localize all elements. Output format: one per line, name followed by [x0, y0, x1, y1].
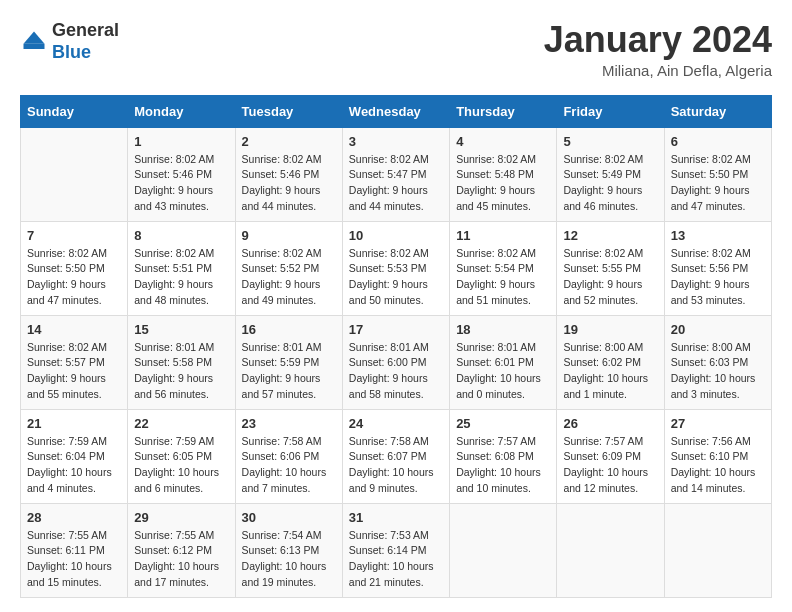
day-info: Sunrise: 7:58 AMSunset: 6:06 PMDaylight:…	[242, 434, 336, 497]
calendar-cell: 4Sunrise: 8:02 AMSunset: 5:48 PMDaylight…	[450, 127, 557, 221]
day-number: 19	[563, 322, 657, 337]
day-number: 21	[27, 416, 121, 431]
day-info: Sunrise: 8:00 AMSunset: 6:03 PMDaylight:…	[671, 340, 765, 403]
day-number: 25	[456, 416, 550, 431]
svg-marker-0	[24, 31, 45, 43]
subtitle: Miliana, Ain Defla, Algeria	[544, 62, 772, 79]
calendar-cell: 17Sunrise: 8:01 AMSunset: 6:00 PMDayligh…	[342, 315, 449, 409]
logo-icon	[20, 28, 48, 56]
day-number: 28	[27, 510, 121, 525]
logo: General Blue	[20, 20, 119, 63]
day-number: 18	[456, 322, 550, 337]
calendar-cell: 23Sunrise: 7:58 AMSunset: 6:06 PMDayligh…	[235, 409, 342, 503]
calendar-cell: 31Sunrise: 7:53 AMSunset: 6:14 PMDayligh…	[342, 503, 449, 597]
day-number: 10	[349, 228, 443, 243]
calendar-cell: 29Sunrise: 7:55 AMSunset: 6:12 PMDayligh…	[128, 503, 235, 597]
calendar-cell: 14Sunrise: 8:02 AMSunset: 5:57 PMDayligh…	[21, 315, 128, 409]
day-info: Sunrise: 8:02 AMSunset: 5:51 PMDaylight:…	[134, 246, 228, 309]
day-number: 22	[134, 416, 228, 431]
day-info: Sunrise: 8:02 AMSunset: 5:49 PMDaylight:…	[563, 152, 657, 215]
day-number: 31	[349, 510, 443, 525]
calendar-cell: 11Sunrise: 8:02 AMSunset: 5:54 PMDayligh…	[450, 221, 557, 315]
day-info: Sunrise: 8:02 AMSunset: 5:50 PMDaylight:…	[27, 246, 121, 309]
calendar-cell	[21, 127, 128, 221]
day-info: Sunrise: 8:02 AMSunset: 5:57 PMDaylight:…	[27, 340, 121, 403]
logo-text: General Blue	[52, 20, 119, 63]
main-title: January 2024	[544, 20, 772, 60]
day-number: 24	[349, 416, 443, 431]
day-number: 20	[671, 322, 765, 337]
day-info: Sunrise: 8:01 AMSunset: 5:58 PMDaylight:…	[134, 340, 228, 403]
day-info: Sunrise: 7:59 AMSunset: 6:05 PMDaylight:…	[134, 434, 228, 497]
calendar-body: 1Sunrise: 8:02 AMSunset: 5:46 PMDaylight…	[21, 127, 772, 597]
day-number: 6	[671, 134, 765, 149]
calendar-cell	[557, 503, 664, 597]
calendar-cell: 27Sunrise: 7:56 AMSunset: 6:10 PMDayligh…	[664, 409, 771, 503]
day-number: 7	[27, 228, 121, 243]
calendar-cell	[450, 503, 557, 597]
header-row: SundayMondayTuesdayWednesdayThursdayFrid…	[21, 95, 772, 127]
day-info: Sunrise: 8:02 AMSunset: 5:46 PMDaylight:…	[242, 152, 336, 215]
header: General Blue January 2024 Miliana, Ain D…	[20, 20, 772, 79]
day-number: 1	[134, 134, 228, 149]
header-day-thursday: Thursday	[450, 95, 557, 127]
week-row-3: 14Sunrise: 8:02 AMSunset: 5:57 PMDayligh…	[21, 315, 772, 409]
day-info: Sunrise: 8:02 AMSunset: 5:55 PMDaylight:…	[563, 246, 657, 309]
day-number: 5	[563, 134, 657, 149]
week-row-4: 21Sunrise: 7:59 AMSunset: 6:04 PMDayligh…	[21, 409, 772, 503]
day-number: 12	[563, 228, 657, 243]
day-number: 16	[242, 322, 336, 337]
svg-rect-1	[24, 43, 45, 48]
day-number: 11	[456, 228, 550, 243]
day-number: 14	[27, 322, 121, 337]
calendar-cell: 12Sunrise: 8:02 AMSunset: 5:55 PMDayligh…	[557, 221, 664, 315]
day-number: 8	[134, 228, 228, 243]
day-info: Sunrise: 7:53 AMSunset: 6:14 PMDaylight:…	[349, 528, 443, 591]
day-number: 4	[456, 134, 550, 149]
day-info: Sunrise: 7:54 AMSunset: 6:13 PMDaylight:…	[242, 528, 336, 591]
logo-general: General	[52, 20, 119, 40]
calendar-cell: 21Sunrise: 7:59 AMSunset: 6:04 PMDayligh…	[21, 409, 128, 503]
calendar-cell: 7Sunrise: 8:02 AMSunset: 5:50 PMDaylight…	[21, 221, 128, 315]
calendar-cell: 2Sunrise: 8:02 AMSunset: 5:46 PMDaylight…	[235, 127, 342, 221]
header-day-sunday: Sunday	[21, 95, 128, 127]
calendar-cell: 13Sunrise: 8:02 AMSunset: 5:56 PMDayligh…	[664, 221, 771, 315]
calendar-cell: 30Sunrise: 7:54 AMSunset: 6:13 PMDayligh…	[235, 503, 342, 597]
day-number: 17	[349, 322, 443, 337]
week-row-5: 28Sunrise: 7:55 AMSunset: 6:11 PMDayligh…	[21, 503, 772, 597]
day-number: 30	[242, 510, 336, 525]
week-row-2: 7Sunrise: 8:02 AMSunset: 5:50 PMDaylight…	[21, 221, 772, 315]
calendar-cell	[664, 503, 771, 597]
header-day-wednesday: Wednesday	[342, 95, 449, 127]
calendar-header: SundayMondayTuesdayWednesdayThursdayFrid…	[21, 95, 772, 127]
header-day-monday: Monday	[128, 95, 235, 127]
day-info: Sunrise: 8:01 AMSunset: 5:59 PMDaylight:…	[242, 340, 336, 403]
day-info: Sunrise: 8:02 AMSunset: 5:50 PMDaylight:…	[671, 152, 765, 215]
day-number: 26	[563, 416, 657, 431]
day-info: Sunrise: 8:01 AMSunset: 6:00 PMDaylight:…	[349, 340, 443, 403]
day-info: Sunrise: 8:01 AMSunset: 6:01 PMDaylight:…	[456, 340, 550, 403]
day-info: Sunrise: 8:02 AMSunset: 5:47 PMDaylight:…	[349, 152, 443, 215]
day-info: Sunrise: 8:02 AMSunset: 5:46 PMDaylight:…	[134, 152, 228, 215]
day-number: 27	[671, 416, 765, 431]
day-info: Sunrise: 8:02 AMSunset: 5:53 PMDaylight:…	[349, 246, 443, 309]
day-info: Sunrise: 7:58 AMSunset: 6:07 PMDaylight:…	[349, 434, 443, 497]
calendar-cell: 16Sunrise: 8:01 AMSunset: 5:59 PMDayligh…	[235, 315, 342, 409]
day-info: Sunrise: 7:59 AMSunset: 6:04 PMDaylight:…	[27, 434, 121, 497]
day-number: 9	[242, 228, 336, 243]
logo-blue: Blue	[52, 42, 91, 62]
calendar-cell: 18Sunrise: 8:01 AMSunset: 6:01 PMDayligh…	[450, 315, 557, 409]
calendar-cell: 15Sunrise: 8:01 AMSunset: 5:58 PMDayligh…	[128, 315, 235, 409]
calendar-cell: 5Sunrise: 8:02 AMSunset: 5:49 PMDaylight…	[557, 127, 664, 221]
calendar-cell: 26Sunrise: 7:57 AMSunset: 6:09 PMDayligh…	[557, 409, 664, 503]
title-area: January 2024 Miliana, Ain Defla, Algeria	[544, 20, 772, 79]
day-number: 23	[242, 416, 336, 431]
day-number: 3	[349, 134, 443, 149]
day-number: 2	[242, 134, 336, 149]
calendar-cell: 20Sunrise: 8:00 AMSunset: 6:03 PMDayligh…	[664, 315, 771, 409]
calendar-cell: 3Sunrise: 8:02 AMSunset: 5:47 PMDaylight…	[342, 127, 449, 221]
calendar-cell: 10Sunrise: 8:02 AMSunset: 5:53 PMDayligh…	[342, 221, 449, 315]
calendar-cell: 6Sunrise: 8:02 AMSunset: 5:50 PMDaylight…	[664, 127, 771, 221]
header-day-saturday: Saturday	[664, 95, 771, 127]
header-day-tuesday: Tuesday	[235, 95, 342, 127]
